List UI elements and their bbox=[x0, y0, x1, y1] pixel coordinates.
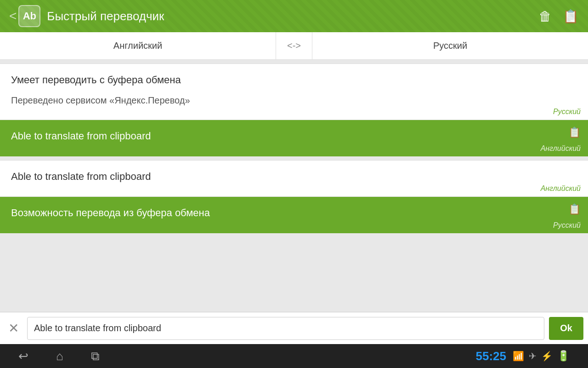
app-logo: Ab bbox=[18, 5, 40, 27]
card-source-1: Умеет переводить с буфера обмена Перевед… bbox=[0, 63, 588, 120]
translation-pair-2: Able to translate from clipboard Английс… bbox=[0, 160, 588, 197]
back-icon[interactable]: ↩ bbox=[18, 349, 28, 363]
lang-bar: Английский <-> Русский bbox=[0, 32, 588, 60]
status-icons: 📶 ✈ ⚡ 🔋 bbox=[513, 350, 570, 362]
wifi-icon: 📶 bbox=[513, 351, 524, 362]
result-text-2: Возможность перевода из буфера обмена bbox=[11, 206, 577, 220]
input-bar: ✕ Ok bbox=[0, 312, 588, 344]
translation-input[interactable] bbox=[27, 317, 544, 340]
delete-icon[interactable]: 🗑 bbox=[539, 9, 552, 24]
source-language-selector[interactable]: Английский bbox=[0, 32, 276, 59]
lang-label-2: Английский bbox=[541, 184, 581, 193]
translation-text-1: Переведено сервисом «Яндекс.Перевод» bbox=[11, 94, 577, 107]
status-area: 55:25 📶 ✈ ⚡ 🔋 bbox=[476, 349, 570, 363]
app-bar: < Ab Быстрый переводчик 🗑 📋 bbox=[0, 0, 588, 32]
result-lang-label-2: Русский bbox=[553, 221, 581, 230]
nav-icons: ↩ ⌂ ⧉ bbox=[18, 349, 100, 363]
result-lang-label-1: Английский bbox=[541, 144, 581, 153]
clipboard-icon[interactable]: 📋 bbox=[563, 9, 579, 24]
sidebar-toggle-icon[interactable]: < bbox=[9, 9, 17, 23]
recent-apps-icon[interactable]: ⧉ bbox=[91, 349, 100, 363]
app-title: Быстрый переводчик bbox=[47, 9, 164, 23]
copy-icon-2[interactable]: 📋 bbox=[568, 203, 581, 215]
ok-button[interactable]: Ok bbox=[549, 317, 583, 340]
lang-swap-button[interactable]: <-> bbox=[276, 32, 312, 59]
close-button[interactable]: ✕ bbox=[5, 319, 23, 338]
battery-icon: 🔋 bbox=[557, 350, 570, 362]
card-source-2: Able to translate from clipboard Английс… bbox=[0, 160, 588, 197]
source-text-1: Умеет переводить с буфера обмена bbox=[11, 73, 577, 87]
nav-bar: ↩ ⌂ ⧉ 55:25 📶 ✈ ⚡ 🔋 bbox=[0, 344, 588, 368]
translation-pair-1: Умеет переводить с буфера обмена Перевед… bbox=[0, 63, 588, 120]
source-text-2: Able to translate from clipboard bbox=[11, 170, 577, 184]
home-icon[interactable]: ⌂ bbox=[56, 349, 63, 363]
card-result-1: 📋 Able to translate from clipboard Англи… bbox=[0, 120, 588, 156]
main-content: Умеет переводить с буфера обмена Перевед… bbox=[0, 60, 588, 312]
clock-display: 55:25 bbox=[476, 349, 507, 363]
target-language-selector[interactable]: Русский bbox=[312, 32, 588, 59]
logo-area: Ab Быстрый переводчик bbox=[18, 5, 164, 27]
bluetooth-icon: ⚡ bbox=[541, 351, 553, 362]
result-text-1: Able to translate from clipboard bbox=[11, 129, 577, 144]
airplane-icon: ✈ bbox=[529, 351, 537, 362]
card-result-2: 📋 Возможность перевода из буфера обмена … bbox=[0, 197, 588, 233]
lang-label-1: Русский bbox=[553, 108, 581, 116]
bar-actions: 🗑 📋 bbox=[539, 9, 579, 24]
copy-icon-1[interactable]: 📋 bbox=[568, 126, 581, 138]
